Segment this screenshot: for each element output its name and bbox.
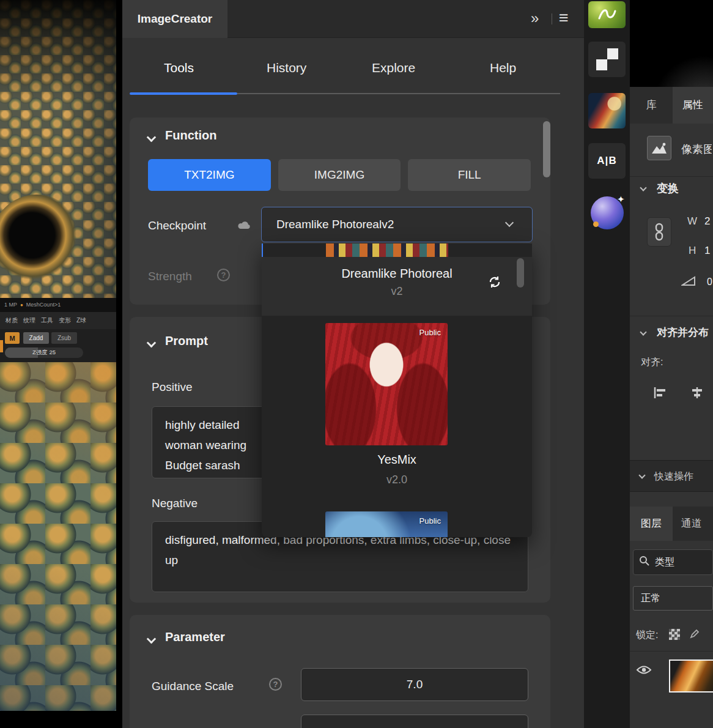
img2img-button[interactable]: IMG2IMG xyxy=(278,159,401,191)
z-intensity-slider[interactable]: Z强度 25 xyxy=(5,347,83,358)
checkerboard-plugin-icon[interactable] xyxy=(588,42,626,77)
tab-channels[interactable]: 通道 xyxy=(673,507,713,541)
tab-library[interactable]: 库 xyxy=(630,87,673,124)
layer-type-label: 像素图层 xyxy=(681,142,712,157)
layer-visibility-eye-icon[interactable] xyxy=(636,664,652,678)
fill-button[interactable]: FILL xyxy=(408,159,531,191)
material-button[interactable]: M xyxy=(5,332,20,344)
function-title: Function xyxy=(165,128,216,143)
zbrush-viewport-bottom[interactable] xyxy=(0,362,116,711)
divider xyxy=(630,316,713,316)
layers-tab-bar: 图层 通道 xyxy=(630,507,713,541)
checkpoint-select[interactable]: Dreamlike Photorealv2 xyxy=(261,207,533,242)
canvas-dark-area xyxy=(630,0,713,87)
active-tab-underline xyxy=(130,92,237,95)
height-label: H xyxy=(689,245,696,257)
collapse-parameter-icon[interactable] xyxy=(147,634,157,644)
panel-menu-icon[interactable]: ≡ xyxy=(559,0,569,38)
tabs-baseline xyxy=(237,93,560,94)
zbrush-shelf-tabs: 材质 纹理 工具 变形 Z球 xyxy=(0,312,116,329)
collapse-transform-icon[interactable] xyxy=(640,184,646,191)
model-version: v2.0 xyxy=(262,474,532,486)
txt2img-button[interactable]: TXT2IMG xyxy=(148,159,271,191)
zbrush-viewport-top[interactable] xyxy=(0,0,116,298)
refresh-icon[interactable] xyxy=(488,275,501,291)
collapse-panel-icon[interactable]: » xyxy=(531,0,538,38)
zbrush-tab-texture[interactable]: 纹理 xyxy=(23,316,35,325)
width-value[interactable]: 2 xyxy=(704,215,710,228)
blend-mode-select[interactable]: 正常 xyxy=(633,586,713,611)
divider xyxy=(630,176,713,177)
sparkle-icon: ✦ xyxy=(617,194,625,205)
zbrush-info-bar: 1 MP●MeshCount>1 xyxy=(0,298,116,312)
collapse-function-icon[interactable] xyxy=(147,133,157,143)
tab-explore[interactable]: Explore xyxy=(372,61,415,75)
chevron-down-icon xyxy=(505,218,514,227)
height-value[interactable]: 1 xyxy=(704,245,710,257)
divider xyxy=(630,651,713,652)
lock-label: 锁定: xyxy=(636,629,658,642)
model-thumb-yesmix[interactable]: Public xyxy=(325,323,448,445)
lock-pixels-icon[interactable] xyxy=(690,629,700,641)
zbrush-tab-material[interactable]: 材质 xyxy=(6,316,18,325)
strength-help-icon[interactable]: ? xyxy=(217,269,230,281)
tab-properties[interactable]: 属性 xyxy=(673,87,713,124)
parameter-title: Parameter xyxy=(165,630,225,644)
strength-label: Strength xyxy=(148,270,192,283)
panel-scrollbar[interactable] xyxy=(543,121,550,177)
zbrush-tab-zsphere[interactable]: Z球 xyxy=(76,316,86,325)
tab-help[interactable]: Help xyxy=(490,61,516,75)
artwork-plugin-icon[interactable] xyxy=(588,93,626,128)
tab-tools[interactable]: Tools xyxy=(164,61,194,75)
model-thumb-next[interactable]: Public xyxy=(325,511,448,537)
sphere-plugin-icon[interactable]: ✦ xyxy=(588,193,626,232)
dropdown-item-dreamlike[interactable]: Dreamlike Photoreal v2 xyxy=(262,257,532,316)
filter-type-label: 类型 xyxy=(655,556,674,569)
search-icon xyxy=(639,555,650,569)
guidance-scale-label: Guidance Scale xyxy=(152,680,234,693)
guidance-help-icon[interactable]: ? xyxy=(269,678,282,691)
align-left-button[interactable] xyxy=(653,387,668,401)
zsub-button[interactable]: Zsub xyxy=(51,332,77,344)
tab-layers[interactable]: 图层 xyxy=(630,507,673,541)
rotate-angle-icon xyxy=(681,275,696,289)
checkpoint-value: Dreamlike Photorealv2 xyxy=(276,207,394,242)
width-label: W xyxy=(687,215,697,228)
collapse-prompt-icon[interactable] xyxy=(147,338,157,348)
ab-compare-plugin-icon[interactable]: A|B xyxy=(588,143,626,179)
shelf-accent-marker xyxy=(0,340,3,352)
collapse-align-icon[interactable] xyxy=(640,329,646,335)
screenshot-root: 1 MP●MeshCount>1 材质 纹理 工具 变形 Z球 M Zadd Z… xyxy=(0,0,713,728)
checkpoint-label: Checkpoint xyxy=(148,219,206,232)
zbrush-tab-deform[interactable]: 变形 xyxy=(59,316,71,325)
align-title: 对齐并分布 xyxy=(657,325,711,340)
model-name[interactable]: YesMix xyxy=(262,453,532,467)
align-center-button[interactable] xyxy=(690,387,704,401)
public-badge: Public xyxy=(419,328,441,337)
lock-transparency-icon[interactable] xyxy=(669,629,680,640)
layer-filter-select[interactable]: 类型 xyxy=(633,549,713,575)
zbrush-bottom-bar xyxy=(0,711,116,728)
angle-value[interactable]: 0 xyxy=(707,277,712,288)
zadd-button[interactable]: Zadd xyxy=(23,332,49,344)
model-thumb-dreamlike[interactable] xyxy=(326,243,448,257)
green-plugin-icon[interactable] xyxy=(588,1,626,28)
tab-history[interactable]: History xyxy=(267,61,306,75)
collapse-quick-actions-icon xyxy=(638,472,645,478)
zbrush-tab-tool[interactable]: 工具 xyxy=(41,316,53,325)
next-parameter-input[interactable] xyxy=(301,715,528,728)
link-dimensions-button[interactable] xyxy=(647,217,671,247)
panel-header: ImageCreator » ≡ xyxy=(122,0,584,38)
checker-glyph xyxy=(596,48,618,70)
cloud-icon xyxy=(237,220,252,232)
quick-actions-section[interactable]: 快速操作 xyxy=(630,460,713,492)
panel-title-tab[interactable]: ImageCreator xyxy=(122,0,227,38)
layer-thumbnail[interactable] xyxy=(669,659,713,693)
lizard-eye-artwork xyxy=(0,195,82,285)
dropdown-scrollbar[interactable] xyxy=(517,258,524,288)
header-divider xyxy=(552,13,552,24)
guidance-scale-input[interactable]: 7.0 xyxy=(301,668,528,701)
negative-label: Negative xyxy=(152,497,198,510)
photoshop-panels: 库 属性 像素图层 变换 W 2 H 1 0 对齐并分布 对齐: xyxy=(630,0,713,728)
transform-title: 变换 xyxy=(657,181,679,196)
